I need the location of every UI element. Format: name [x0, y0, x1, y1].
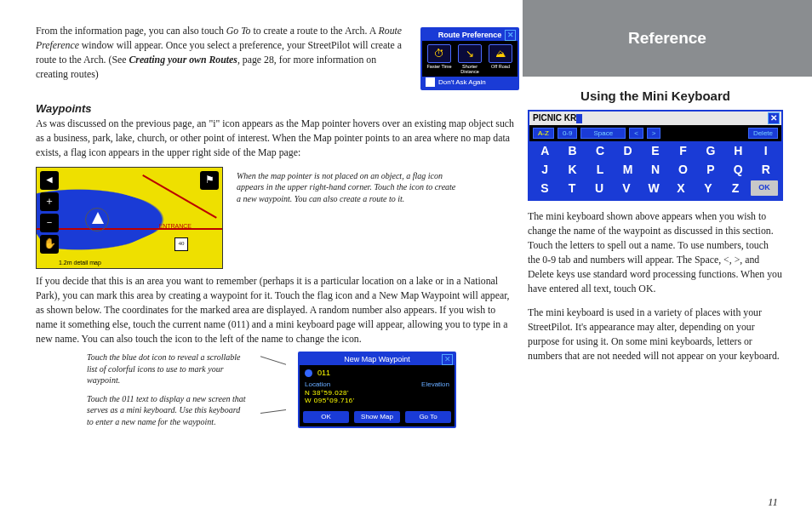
key-w[interactable]: W: [640, 179, 667, 197]
waypoints-heading: Waypoints: [36, 102, 519, 115]
key-a[interactable]: A: [531, 141, 558, 160]
route-option-off-road[interactable]: ⛰ Off Road: [488, 44, 513, 75]
figure-caption-1: When the map pointer is not placed on an…: [237, 167, 458, 205]
shorter-icon: ↘: [458, 44, 482, 63]
route-preference-screenshot: Route Preference ✕ ⏱ Faster Time ↘ Short…: [420, 27, 519, 90]
ok-key[interactable]: OK: [751, 180, 778, 196]
close-icon[interactable]: ✕: [442, 354, 453, 365]
key-f[interactable]: F: [669, 141, 696, 160]
keyboard-input[interactable]: PICNIC KR: [533, 113, 576, 123]
key-i[interactable]: I: [752, 141, 780, 160]
pan-icon[interactable]: ✋: [40, 235, 59, 254]
figure-caption-2b: Touch the 011 text to display a new scre…: [87, 393, 249, 428]
map-scale: 1.2m detail map: [59, 260, 101, 266]
mini-keyboard-paragraph-2: The mini keyboard is used in a variety o…: [528, 306, 783, 363]
page-number: 11: [768, 495, 778, 509]
key-m[interactable]: M: [614, 160, 641, 179]
entrance-label: ENTRANCE: [158, 223, 192, 229]
key-b[interactable]: B: [558, 141, 586, 160]
clock-icon: ⏱: [427, 44, 451, 63]
key-z[interactable]: Z: [722, 179, 749, 197]
left-arrow-key[interactable]: <: [629, 128, 643, 139]
key-n[interactable]: N: [642, 160, 669, 179]
waypoint-dot-icon[interactable]: [305, 369, 312, 377]
close-icon[interactable]: ✕: [505, 30, 516, 41]
key-k[interactable]: K: [558, 160, 586, 179]
key-c[interactable]: C: [586, 141, 614, 160]
zoom-out-icon[interactable]: －: [40, 214, 59, 232]
key-s[interactable]: S: [531, 179, 558, 197]
route-pref-title: Route Preference: [438, 31, 502, 39]
dont-ask-again-row[interactable]: Don't Ask Again: [422, 77, 518, 89]
text-cursor-icon: [576, 114, 582, 123]
show-map-button[interactable]: Show Map: [354, 411, 400, 423]
reference-banner: Reference: [523, 0, 812, 77]
go-to-button[interactable]: Go To: [405, 411, 451, 423]
key-r[interactable]: R: [752, 160, 780, 179]
waypoints-paragraph-1: As was discussed on the previous page, a…: [36, 117, 519, 160]
waypoint-name[interactable]: 011: [317, 369, 330, 377]
key-l[interactable]: L: [586, 160, 614, 179]
key-x[interactable]: X: [667, 179, 695, 197]
key-g[interactable]: G: [697, 141, 724, 160]
location-label: Location: [305, 380, 330, 388]
key-p[interactable]: P: [697, 160, 724, 179]
highway-shield: 40: [174, 237, 188, 251]
key-t[interactable]: T: [558, 179, 586, 197]
elevation-label: Elevation: [421, 380, 449, 388]
key-v[interactable]: V: [613, 179, 640, 197]
key-u[interactable]: U: [586, 179, 613, 197]
new-map-waypoint-screenshot: New Map Waypoint ✕ 011 Location Elevatio…: [298, 352, 456, 428]
key-o[interactable]: O: [669, 160, 696, 179]
intro-paragraph: From the information page, you can also …: [36, 24, 410, 90]
mini-keyboard-paragraph-1: The mini keyboard shown above appears wh…: [528, 209, 783, 297]
back-icon[interactable]: ◄: [40, 171, 59, 190]
ok-button[interactable]: OK: [303, 411, 349, 423]
close-icon[interactable]: ✕: [768, 112, 780, 124]
checkbox-icon[interactable]: [426, 77, 435, 87]
route-option-faster-time[interactable]: ⏱ Faster Time: [426, 44, 452, 75]
tab-letters[interactable]: A-Z: [533, 128, 554, 139]
key-d[interactable]: D: [614, 141, 641, 160]
key-y[interactable]: Y: [695, 179, 722, 197]
waypoints-paragraph-2: If you decide that this is an area you w…: [36, 274, 519, 346]
longitude-value: W 095°09.716': [305, 397, 449, 404]
right-arrow-key[interactable]: >: [647, 128, 661, 139]
tab-numbers[interactable]: 0-9: [558, 128, 578, 139]
space-key[interactable]: Space: [580, 128, 626, 139]
mini-keyboard-heading: Using the Mini Keyboard: [528, 89, 783, 103]
map-screenshot: ◄ ＋ － ✋ ⚑ ENTRANCE 40 1.2m detail map: [36, 167, 223, 269]
delete-key[interactable]: Delete: [748, 128, 778, 139]
key-q[interactable]: Q: [724, 160, 752, 179]
figure-caption-2a: Touch the blue dot icon to reveal a scro…: [87, 352, 249, 386]
nmw-title: New Map Waypoint: [344, 355, 410, 363]
mini-keyboard-screenshot: PICNIC KR ✕ A-Z 0-9 Space < > Delete A B…: [528, 110, 783, 201]
offroad-icon: ⛰: [489, 44, 512, 63]
zoom-in-icon[interactable]: ＋: [40, 192, 59, 211]
route-option-shorter-distance[interactable]: ↘ Shorter Distance: [457, 44, 483, 75]
key-h[interactable]: H: [724, 141, 752, 160]
key-j[interactable]: J: [531, 160, 558, 179]
key-e[interactable]: E: [642, 141, 669, 160]
flag-icon[interactable]: ⚑: [200, 171, 219, 190]
latitude-value: N 38°59.028': [305, 389, 449, 397]
